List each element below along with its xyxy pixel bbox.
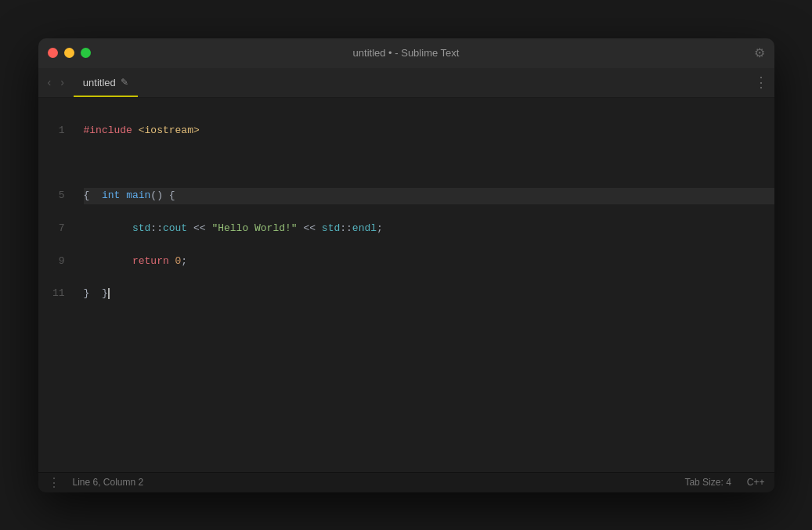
tabbar: ‹ › untitled ✎ ⋮ bbox=[38, 68, 774, 98]
code-line-return: return 0; bbox=[84, 254, 774, 270]
tabbar-menu-icon[interactable]: ⋮ bbox=[754, 74, 768, 91]
status-left: ⋮ Line 6, Column 2 bbox=[48, 475, 144, 490]
nav-prev-icon[interactable]: ‹ bbox=[45, 74, 55, 90]
nav-arrows: ‹ › bbox=[45, 74, 67, 90]
titlebar: untitled • - Sublime Text ⚙ bbox=[38, 38, 774, 68]
tab-untitled[interactable]: untitled ✎ bbox=[74, 68, 138, 97]
ln-8: 7 bbox=[38, 221, 65, 237]
edit-icon: ✎ bbox=[121, 77, 128, 88]
ln-11 bbox=[38, 269, 65, 286]
nav-next-icon[interactable]: › bbox=[57, 74, 67, 90]
sublime-text-window: untitled • - Sublime Text ⚙ ‹ › untitled… bbox=[38, 38, 774, 492]
statusbar: ⋮ Line 6, Column 2 Tab Size: 4 C++ bbox=[38, 472, 774, 492]
ln-1 bbox=[38, 107, 65, 124]
ln-5 bbox=[38, 172, 65, 189]
code-line-blank-3 bbox=[84, 156, 774, 172]
ln-9 bbox=[38, 237, 65, 254]
editor: 1 5 7 9 11 #include <iostream> { bbox=[38, 98, 774, 472]
status-menu-icon[interactable]: ⋮ bbox=[48, 475, 60, 490]
code-line-blank-5 bbox=[84, 204, 774, 221]
maximize-button[interactable] bbox=[81, 48, 91, 58]
code-line-blank-7 bbox=[84, 269, 774, 286]
window-title: untitled • - Sublime Text bbox=[353, 47, 460, 59]
code-editor[interactable]: #include <iostream> { int main() { std::… bbox=[78, 98, 774, 472]
line-numbers: 1 5 7 9 11 bbox=[38, 98, 78, 472]
status-right: Tab Size: 4 C++ bbox=[684, 477, 764, 488]
code-line-cout: std::cout << "Hello World!" << std::endl… bbox=[84, 221, 774, 237]
code-line-blank-1 bbox=[84, 107, 774, 124]
tab-size[interactable]: Tab Size: 4 bbox=[684, 477, 731, 488]
code-line-blank-2 bbox=[84, 139, 774, 156]
code-line-blank-4 bbox=[84, 172, 774, 189]
gear-icon[interactable]: ⚙ bbox=[754, 45, 765, 60]
ln-7 bbox=[38, 204, 65, 221]
tab-label: untitled bbox=[83, 77, 116, 88]
close-button[interactable] bbox=[48, 48, 58, 58]
code-line-main: { int main() { bbox=[84, 188, 774, 204]
ln-3 bbox=[38, 139, 65, 156]
language-mode[interactable]: C++ bbox=[747, 477, 765, 488]
traffic-lights bbox=[48, 48, 91, 58]
minimize-button[interactable] bbox=[64, 48, 74, 58]
ln-12: 11 bbox=[38, 286, 65, 302]
ln-4 bbox=[38, 156, 65, 172]
ln-2: 1 bbox=[38, 123, 65, 139]
code-line-include: #include <iostream> bbox=[84, 123, 774, 139]
cursor-position[interactable]: Line 6, Column 2 bbox=[73, 477, 144, 488]
code-line-closing: } } bbox=[84, 286, 774, 302]
code-line-blank-6 bbox=[84, 237, 774, 254]
ln-10: 9 bbox=[38, 254, 65, 270]
ln-6: 5 bbox=[38, 188, 65, 204]
